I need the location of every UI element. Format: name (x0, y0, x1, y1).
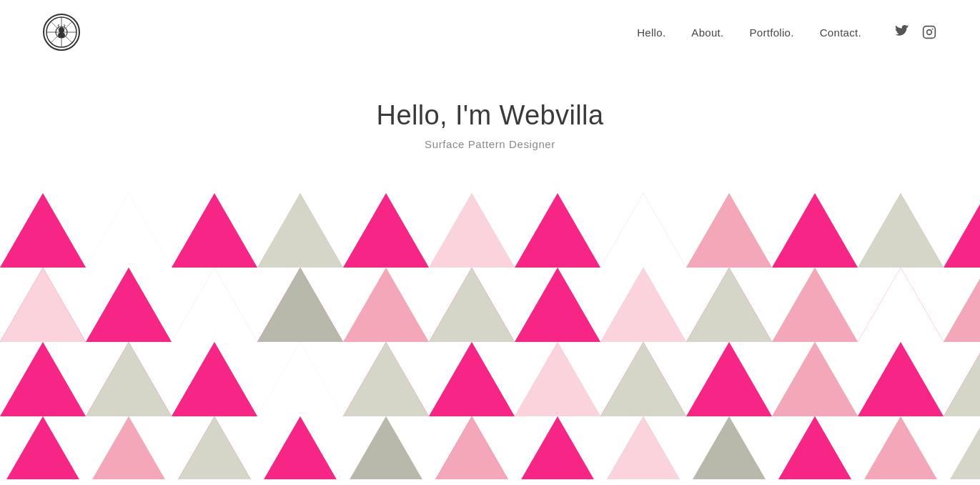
svg-marker-75 (172, 342, 257, 416)
svg-marker-50 (86, 268, 172, 342)
svg-marker-28 (257, 193, 343, 268)
svg-marker-106 (772, 416, 858, 479)
triangle-row-3 (0, 416, 980, 479)
svg-marker-59 (858, 268, 944, 342)
svg-marker-60 (944, 268, 980, 342)
logo[interactable] (43, 14, 80, 51)
svg-point-5 (58, 32, 65, 38)
svg-marker-51 (172, 268, 257, 342)
svg-marker-32 (600, 193, 686, 268)
svg-marker-80 (600, 342, 686, 416)
svg-marker-33 (686, 193, 772, 268)
svg-marker-26 (86, 193, 172, 268)
svg-marker-58 (772, 268, 858, 342)
svg-marker-84 (944, 342, 980, 416)
svg-marker-29 (343, 193, 429, 268)
svg-marker-102 (429, 416, 515, 479)
svg-marker-108 (944, 416, 980, 479)
svg-marker-34 (772, 193, 858, 268)
svg-marker-104 (600, 416, 686, 479)
svg-marker-97 (0, 416, 86, 479)
triangle-row-2 (0, 342, 980, 416)
svg-marker-76 (257, 342, 343, 416)
svg-marker-54 (429, 268, 515, 342)
twitter-icon[interactable] (894, 24, 910, 40)
hero-subtitle: Surface Pattern Designer (14, 138, 966, 150)
svg-marker-52 (257, 268, 343, 342)
svg-marker-78 (429, 342, 515, 416)
svg-marker-74 (86, 342, 172, 416)
svg-marker-82 (772, 342, 858, 416)
svg-marker-83 (858, 342, 944, 416)
nav-item-hello[interactable]: Hello. (637, 26, 665, 39)
svg-marker-57 (686, 268, 772, 342)
logo-circle (43, 14, 80, 51)
triangle-row-1 (0, 268, 980, 342)
nav-item-portfolio[interactable]: Portfolio. (750, 26, 794, 39)
logo-svg (45, 16, 78, 49)
nav-item-contact[interactable]: Contact. (820, 26, 861, 39)
svg-marker-98 (86, 416, 172, 479)
svg-marker-105 (686, 416, 772, 479)
svg-marker-81 (686, 342, 772, 416)
svg-marker-100 (257, 416, 343, 479)
svg-marker-36 (944, 193, 980, 268)
svg-marker-107 (858, 416, 944, 479)
pattern-section (0, 193, 980, 479)
svg-point-4 (59, 27, 64, 33)
svg-marker-49 (0, 268, 86, 342)
svg-marker-56 (600, 268, 686, 342)
nav-item-about[interactable]: About. (691, 26, 723, 39)
svg-marker-30 (429, 193, 515, 268)
svg-marker-53 (343, 268, 429, 342)
svg-marker-27 (172, 193, 257, 268)
social-icons (894, 24, 937, 40)
svg-rect-6 (924, 26, 936, 39)
svg-marker-55 (515, 268, 600, 342)
svg-marker-101 (343, 416, 429, 479)
svg-marker-25 (0, 193, 86, 268)
svg-marker-77 (343, 342, 429, 416)
svg-marker-31 (515, 193, 600, 268)
svg-marker-103 (515, 416, 600, 479)
svg-point-7 (927, 30, 932, 35)
triangle-row-0 (0, 193, 980, 268)
instagram-icon[interactable] (921, 24, 937, 40)
main-nav: Hello. About. Portfolio. Contact. (637, 24, 937, 40)
triangle-pattern (0, 193, 980, 479)
site-header: Hello. About. Portfolio. Contact. (0, 0, 980, 64)
hero-section: Hello, I'm Webvilla Surface Pattern Desi… (0, 64, 980, 172)
hero-title: Hello, I'm Webvilla (14, 100, 966, 131)
svg-marker-99 (172, 416, 257, 479)
svg-point-8 (932, 28, 934, 29)
svg-marker-79 (515, 342, 600, 416)
svg-marker-73 (0, 342, 86, 416)
svg-marker-35 (858, 193, 944, 268)
